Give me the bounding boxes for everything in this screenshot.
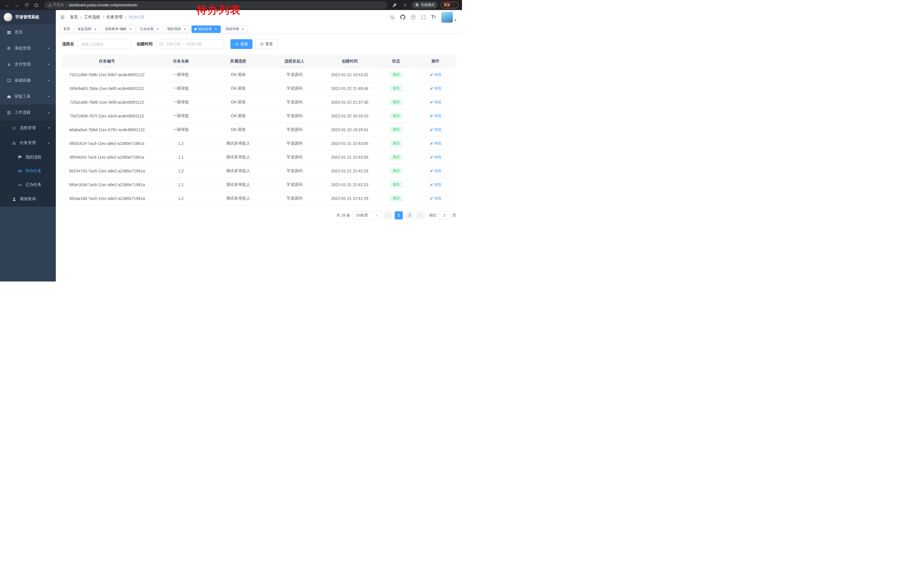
- close-icon[interactable]: ×: [183, 27, 187, 31]
- goto-page-input[interactable]: [438, 211, 450, 219]
- sidebar-item-system[interactable]: ⚙ 系统管理 ▼: [0, 41, 56, 56]
- approve-link[interactable]: 审批: [430, 113, 442, 119]
- refresh-icon: [260, 42, 264, 46]
- page-button-2[interactable]: 2: [406, 211, 414, 219]
- font-size-icon[interactable]: TT: [431, 15, 436, 20]
- tab-done-task[interactable]: 已办任务 ×: [137, 26, 163, 33]
- forward-icon[interactable]: →: [13, 2, 21, 9]
- address-bar[interactable]: 不安全 dashboard.yudao.iocoder.cn/bpm/task/…: [44, 1, 387, 9]
- close-icon[interactable]: ×: [156, 27, 160, 31]
- list-icon: [12, 126, 16, 130]
- approve-link[interactable]: 审批: [430, 196, 442, 201]
- close-icon[interactable]: ×: [129, 27, 132, 31]
- approve-link[interactable]: 审批: [430, 168, 442, 174]
- url-text[interactable]: dashboard.yudao.iocoder.cn/bpm/task/todo: [69, 3, 137, 7]
- chrome-menu-icon[interactable]: ⋮: [452, 3, 456, 8]
- sidebar-item-home[interactable]: 首页: [0, 24, 56, 41]
- sidebar-item-done-task[interactable]: 已办任务: [0, 178, 56, 192]
- search-icon: [235, 42, 239, 46]
- sidebar-item-workflow[interactable]: 工作流程 ▲: [0, 105, 56, 120]
- sidebar-item-todo-task[interactable]: 待办任务: [0, 164, 56, 178]
- approve-link[interactable]: 审批: [430, 86, 442, 91]
- help-icon[interactable]: ?: [411, 15, 416, 20]
- user-menu[interactable]: ▼: [441, 12, 457, 23]
- pagination-bar: 共 16 条 10条/页 ▼ ‹ 1 2 › 前往 页: [62, 211, 456, 219]
- edit-pen-icon: [430, 73, 433, 77]
- cell-status: 激活: [377, 68, 415, 82]
- fullscreen-icon[interactable]: [421, 15, 426, 20]
- close-icon[interactable]: ×: [241, 27, 245, 31]
- approve-link[interactable]: 审批: [430, 100, 442, 105]
- sidebar-item-my-process[interactable]: 我的流程: [0, 150, 56, 164]
- page-size-select[interactable]: 10条/页 ▼: [353, 211, 381, 219]
- sidebar-item-infra[interactable]: 基础设施 ▼: [0, 72, 56, 89]
- chevron-down-icon: ▼: [48, 79, 50, 82]
- back-icon[interactable]: ←: [3, 2, 11, 9]
- breadcrumb-workflow[interactable]: 工作流程: [84, 15, 100, 20]
- approve-link[interactable]: 审批: [430, 72, 442, 77]
- sidebar-item-payment[interactable]: ¥ 支付管理 ▼: [0, 56, 56, 72]
- edit-pen-icon: [430, 128, 433, 131]
- prev-page-button[interactable]: ‹: [384, 211, 392, 219]
- bookmark-star-icon[interactable]: ☆: [401, 2, 409, 9]
- collapse-sidebar-icon[interactable]: [60, 15, 65, 20]
- tab-process-form-edit[interactable]: 流程表单-编辑 ×: [102, 26, 135, 33]
- cell-actions: 审批: [415, 82, 456, 95]
- close-icon[interactable]: ×: [93, 27, 98, 31]
- approve-link[interactable]: 审批: [430, 141, 442, 146]
- app-logo-row[interactable]: 芋道管理系统: [0, 10, 56, 24]
- breadcrumb-task-mgmt[interactable]: 任务管理: [106, 15, 123, 20]
- sidebar-item-process-mgmt[interactable]: 流程管理 ▼: [0, 120, 56, 135]
- chevron-down-icon: ▼: [48, 47, 50, 50]
- security-warning[interactable]: 不安全: [48, 3, 64, 8]
- sidebar-item-leave-query[interactable]: 请假查询: [0, 192, 56, 206]
- tab-home[interactable]: 首页: [60, 26, 73, 33]
- sidebar-item-task-mgmt[interactable]: 任务管理 ▲: [0, 135, 56, 150]
- approve-link[interactable]: 审批: [430, 127, 442, 132]
- approve-link[interactable]: 审批: [430, 155, 442, 160]
- cell-actions: 审批: [415, 68, 456, 82]
- cell-actions: 审批: [415, 150, 456, 164]
- cell-process: 测试多审批人: [210, 164, 267, 178]
- tab-todo-task[interactable]: 待办任务 ×: [192, 26, 221, 33]
- sidebar-item-devtools[interactable]: 研发工具 ▼: [0, 89, 56, 105]
- process-name-input[interactable]: [78, 39, 131, 49]
- tab-process-detail[interactable]: 流程详情 ×: [222, 26, 248, 33]
- tab-my-process[interactable]: 我的流程 ×: [164, 26, 190, 33]
- sidebar-item-label: 待办任务: [26, 168, 42, 174]
- monitor-icon: [6, 78, 12, 83]
- table-row: 73211d9d-7b9b-11ec-b5b7-acde48001122 一级审…: [62, 68, 456, 82]
- cell-task-id: 381aa1dd-7ac8-11ec-a9e2-a2380e71991a: [62, 192, 152, 205]
- chrome-update-button[interactable]: 更新 ⋮: [441, 2, 459, 8]
- reload-icon[interactable]: [23, 2, 30, 9]
- date-range-picker[interactable]: 开始日期 - 结束日期: [156, 39, 224, 49]
- tab-start-process[interactable]: 发起流程 ×: [75, 26, 100, 33]
- close-icon[interactable]: ×: [214, 27, 218, 31]
- github-icon[interactable]: [400, 15, 405, 20]
- table-row: 725a1eb6-7b88-11ec-8ef0-acde48001122 一级审…: [62, 95, 456, 109]
- breadcrumb-home[interactable]: 首页: [70, 15, 78, 20]
- breadcrumb-separator: /: [125, 15, 126, 20]
- reset-button[interactable]: 重置: [255, 39, 278, 49]
- cell-status: 激活: [377, 137, 415, 150]
- update-label: 更新: [443, 3, 450, 8]
- cell-initiator: 芋道源码: [267, 178, 322, 192]
- avatar[interactable]: [441, 12, 453, 23]
- approve-link[interactable]: 审批: [430, 182, 442, 187]
- search-button[interactable]: 搜索: [230, 39, 252, 49]
- start-date-placeholder: 开始日期: [166, 42, 181, 47]
- key-icon[interactable]: [391, 2, 399, 9]
- home-icon[interactable]: [33, 2, 40, 9]
- cell-initiator: 芋道源码: [267, 123, 322, 137]
- next-page-button[interactable]: ›: [417, 211, 424, 219]
- cell-initiator: 芋道源码: [267, 109, 322, 123]
- search-icon[interactable]: [390, 15, 395, 20]
- table-row: 58154733-7ac8-11ec-a9e2-a2380e71991a 1.2…: [62, 164, 456, 178]
- page-content: 流程名 创建时间 开始日期 - 结束日期 搜索 重置: [56, 34, 462, 281]
- page-button-1[interactable]: 1: [395, 211, 403, 219]
- cell-task-id: 73211d9d-7b9b-11ec-b5b7-acde48001122: [62, 68, 152, 82]
- status-badge: 激活: [390, 140, 402, 147]
- table-row: 8f059c03-7ac8-11ec-a9e2-a2380e71991a 1.1…: [62, 150, 456, 164]
- clipboard-icon: [6, 111, 12, 115]
- cell-status: 激活: [377, 164, 415, 178]
